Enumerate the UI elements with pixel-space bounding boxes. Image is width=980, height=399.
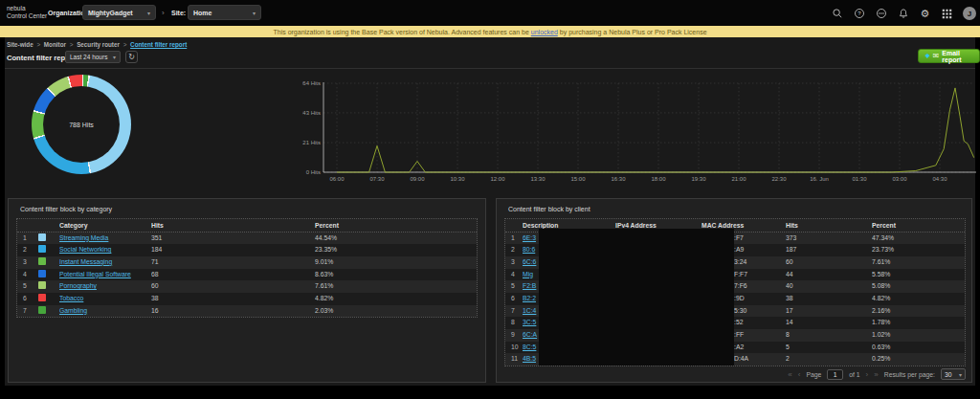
hits-cell: 373	[786, 233, 872, 245]
site-select[interactable]: Home ▾	[188, 5, 261, 20]
category-cell: Gambling	[59, 305, 151, 318]
client-link[interactable]: 6C:6	[523, 258, 536, 265]
category-table-header: Category Hits Percent	[17, 219, 477, 233]
svg-text:04:30: 04:30	[932, 176, 947, 182]
percent-cell: 5.08%	[872, 280, 965, 293]
percent-cell: 5.58%	[872, 269, 965, 281]
hits-cell: 44	[786, 269, 872, 281]
help-icon[interactable]: ?	[853, 8, 865, 20]
svg-text:06:00: 06:00	[329, 176, 345, 182]
row-rank: 8	[505, 317, 523, 329]
page-input[interactable]	[827, 369, 843, 380]
percent-cell: 4.82%	[872, 293, 965, 305]
toolbar-divider	[5, 68, 975, 69]
next-page-button[interactable]: ›	[866, 370, 869, 379]
row-rank: 11	[505, 353, 523, 366]
organization-select[interactable]: MightyGadget ▾	[82, 5, 156, 20]
search-icon[interactable]	[831, 8, 843, 20]
client-link[interactable]: 6E:3	[523, 234, 536, 241]
client-link[interactable]: 4B:5	[523, 355, 536, 362]
percent-cell: 1.78%	[872, 317, 965, 329]
category-link[interactable]: Potential Illegal Software	[59, 271, 131, 277]
client-panel-title: Content filter block by client	[508, 206, 590, 212]
hits-header[interactable]: Hits	[151, 219, 315, 232]
results-per-page-label: Results per page:	[884, 371, 935, 378]
breadcrumb: Site-wide > Monitor > Security router > …	[7, 41, 187, 48]
feedback-icon[interactable]	[875, 8, 887, 20]
hits-timeline-chart: 364 Hits243 Hits121 Hits0 Hits06:0007:30…	[302, 80, 980, 184]
category-color-swatch	[38, 270, 46, 277]
category-panel-title: Content filter block by category	[20, 206, 112, 212]
svg-text:09:00: 09:00	[410, 176, 425, 182]
category-table: Category Hits Percent 1Streaming Media35…	[16, 218, 478, 318]
nebula-logo[interactable]: nebula Control Center	[7, 5, 47, 20]
refresh-button[interactable]: ↻	[125, 51, 138, 63]
row-rank: 1	[17, 233, 38, 245]
client-link[interactable]: F2:B	[523, 282, 536, 289]
email-report-button[interactable]: ✉ Email report	[918, 49, 980, 63]
category-link[interactable]: Pornography	[59, 282, 97, 289]
category-color-swatch	[38, 233, 46, 241]
hits-cell: 68	[151, 269, 315, 281]
category-link[interactable]: Gambling	[59, 307, 87, 314]
client-link[interactable]: B2:2	[523, 295, 536, 301]
notifications-icon[interactable]	[897, 8, 909, 20]
avatar[interactable]: J	[963, 7, 976, 20]
results-per-page-select[interactable]: 30 ▾	[941, 368, 966, 380]
hits-cell: 5	[786, 342, 872, 354]
category-link[interactable]: Instant Messaging	[59, 258, 112, 265]
category-color-swatch	[38, 245, 46, 253]
hits-cell: 351	[151, 233, 315, 245]
swatch-cell	[38, 305, 59, 318]
percent-cell: 0.25%	[872, 353, 965, 366]
percent-cell: 23.35%	[315, 244, 477, 256]
percent-header[interactable]: Percent	[872, 219, 965, 232]
svg-text:21:00: 21:00	[731, 176, 746, 182]
row-rank: 1	[505, 233, 523, 245]
row-rank: 7	[17, 305, 38, 318]
last-page-button[interactable]: »	[874, 370, 878, 379]
client-link[interactable]: 1C:4	[523, 307, 536, 314]
row-rank: 2	[17, 244, 38, 256]
category-link[interactable]: Streaming Media	[59, 234, 108, 241]
client-link[interactable]: 80:6	[523, 246, 535, 253]
top-header-bar: nebula Control Center Organization: Migh…	[0, 0, 980, 26]
hits-cell: 8	[786, 329, 872, 342]
client-link[interactable]: Mig	[523, 271, 533, 277]
hits-cell: 38	[786, 293, 872, 305]
category-link[interactable]: Tobacco	[59, 295, 83, 301]
category-donut-chart: 788 Hits	[32, 75, 131, 174]
percent-cell: 4.82%	[315, 293, 477, 305]
category-link[interactable]: Social Networking	[59, 246, 111, 253]
breadcrumb-security-router[interactable]: Security router	[77, 41, 120, 48]
results-per-page-value: 30	[945, 371, 952, 378]
category-header[interactable]: Category	[59, 219, 151, 232]
percent-cell: 7.61%	[872, 256, 965, 269]
unlocked-link[interactable]: unlocked	[531, 29, 558, 35]
of-label: of 1	[849, 371, 859, 378]
row-rank: 7	[505, 305, 523, 318]
chevron-down-icon: ▾	[113, 54, 116, 60]
hits-cell: 14	[786, 317, 872, 329]
time-range-select[interactable]: Last 24 hours ▾	[65, 51, 121, 63]
category-cell: Streaming Media	[59, 233, 151, 245]
percent-cell: 8.63%	[315, 269, 477, 281]
settings-icon[interactable]: ⚙	[919, 8, 931, 20]
breadcrumb-current[interactable]: Content filter report	[130, 41, 187, 48]
first-page-button[interactable]: «	[788, 370, 791, 379]
prev-page-button[interactable]: ‹	[798, 370, 801, 379]
hits-header[interactable]: Hits	[786, 219, 872, 232]
client-link[interactable]: 6C:A	[523, 331, 537, 338]
apps-icon[interactable]	[941, 8, 953, 20]
client-link[interactable]: 8C:5	[523, 344, 536, 350]
breadcrumb-site-wide[interactable]: Site-wide	[7, 41, 33, 48]
license-banner: This organization is using the Base Pack…	[0, 26, 980, 37]
client-link[interactable]: 3C:5	[523, 319, 536, 325]
percent-cell: 9.01%	[315, 256, 477, 269]
organization-value: MightyGadget	[88, 10, 133, 16]
header-spacer	[17, 219, 38, 232]
svg-text:12:00: 12:00	[490, 176, 505, 182]
svg-text:243 Hits: 243 Hits	[302, 110, 321, 116]
breadcrumb-monitor[interactable]: Monitor	[44, 41, 66, 48]
percent-header[interactable]: Percent	[315, 219, 477, 232]
